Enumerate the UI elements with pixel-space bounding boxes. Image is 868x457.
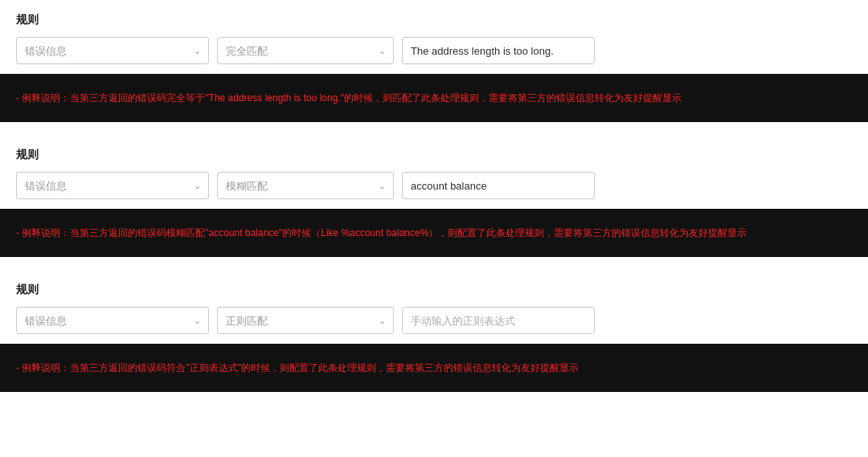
match-select-wrapper-3: 正则匹配 ⌄	[217, 307, 394, 334]
match-select-2[interactable]: 模糊匹配	[217, 172, 394, 199]
example-text-2: - 例释说明：当第三方返回的错误码模糊匹配"account balance"的时…	[16, 225, 747, 241]
example-text-1: - 例释说明：当第三方返回的错误码完全等于"The address length…	[16, 90, 682, 106]
match-select-wrapper-2: 模糊匹配 ⌄	[217, 172, 394, 199]
rule-section-2: 规则 错误信息 ⌄ 模糊匹配 ⌄	[0, 135, 868, 199]
rule-title-2: 规则	[16, 148, 852, 162]
rule-section-1: 规则 错误信息 ⌄ 完全匹配 ⌄	[0, 0, 868, 64]
match-select-3[interactable]: 正则匹配	[217, 307, 394, 334]
match-select-wrapper-1: 完全匹配 ⌄	[217, 37, 394, 64]
match-select-1[interactable]: 完全匹配	[217, 37, 394, 64]
section-divider-2	[0, 257, 868, 270]
rule-title-1: 规则	[16, 13, 852, 27]
example-text-3: - 例释说明：当第三方返回的错误码符合"正则表达式"的时候，则配置了此条处理规则…	[16, 360, 579, 376]
error-select-3[interactable]: 错误信息	[16, 307, 209, 334]
error-select-2[interactable]: 错误信息	[16, 172, 209, 199]
example-block-3: - 例释说明：当第三方返回的错误码符合"正则表达式"的时候，则配置了此条处理规则…	[0, 344, 868, 392]
error-select-wrapper-2: 错误信息 ⌄	[16, 172, 209, 199]
error-select-wrapper-1: 错误信息 ⌄	[16, 37, 209, 64]
rule-title-3: 规则	[16, 283, 852, 297]
error-select-1[interactable]: 错误信息	[16, 37, 209, 64]
rule-input-3[interactable]	[402, 307, 595, 334]
example-block-2: - 例释说明：当第三方返回的错误码模糊匹配"account balance"的时…	[0, 209, 868, 257]
rule-row-2: 错误信息 ⌄ 模糊匹配 ⌄	[16, 172, 852, 199]
rule-input-1[interactable]	[402, 37, 595, 64]
rule-input-2[interactable]	[402, 172, 595, 199]
rule-row-1: 错误信息 ⌄ 完全匹配 ⌄	[16, 37, 852, 64]
rule-row-3: 错误信息 ⌄ 正则匹配 ⌄	[16, 307, 852, 334]
error-select-wrapper-3: 错误信息 ⌄	[16, 307, 209, 334]
page-container: 规则 错误信息 ⌄ 完全匹配 ⌄ - 例释说明：当第三方返回的错误码完全等于"T…	[0, 0, 868, 392]
rule-section-3: 规则 错误信息 ⌄ 正则匹配 ⌄	[0, 270, 868, 334]
section-divider-1	[0, 122, 868, 135]
example-block-1: - 例释说明：当第三方返回的错误码完全等于"The address length…	[0, 74, 868, 122]
